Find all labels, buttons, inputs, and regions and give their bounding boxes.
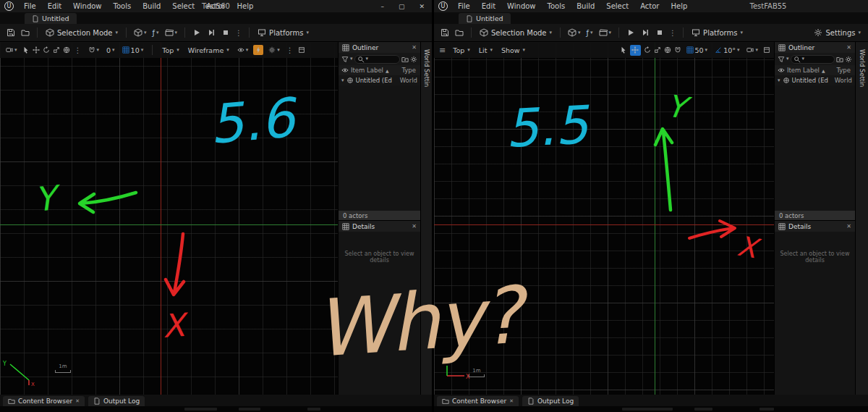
save-button[interactable] xyxy=(4,27,17,38)
level-tab-untitled[interactable]: Untitled xyxy=(459,13,511,24)
rotation-snap-dropdown[interactable]: 0▾ xyxy=(104,45,117,56)
add-folder-icon[interactable] xyxy=(401,56,409,63)
frame-skip-button[interactable] xyxy=(639,27,652,38)
outliner-header[interactable]: Outliner ✕ xyxy=(339,42,420,53)
select-tool-icon[interactable] xyxy=(22,46,30,54)
menu-edit[interactable]: Edit xyxy=(476,2,501,10)
outliner-row-world[interactable]: ▾ Untitled (Ed World xyxy=(775,75,855,85)
item-label-column[interactable]: Item Label xyxy=(351,67,383,74)
play-button[interactable] xyxy=(624,27,637,38)
menu-help[interactable]: Help xyxy=(231,2,259,10)
view-mode-dropdown[interactable]: Lit▾ xyxy=(476,45,495,56)
world-space-icon[interactable] xyxy=(63,46,70,54)
menu-build[interactable]: Build xyxy=(571,2,600,10)
open-asset-button[interactable] xyxy=(453,27,466,38)
cinematics-button[interactable]: ▾ xyxy=(163,27,180,38)
close-button[interactable]: ✕ xyxy=(419,3,425,10)
frame-skip-button[interactable] xyxy=(205,27,218,38)
expand-chevron-icon[interactable]: ▾ xyxy=(341,78,344,83)
stop-button[interactable] xyxy=(219,27,232,38)
open-asset-button[interactable] xyxy=(19,27,32,38)
maximize-button[interactable]: ▢ xyxy=(399,3,405,10)
content-browser-tab[interactable]: Content Browser ✕ xyxy=(3,396,85,406)
menu-build[interactable]: Build xyxy=(137,2,166,10)
blueprints-button[interactable]: ƒ▾ xyxy=(584,28,595,38)
show-flags-dropdown[interactable]: Show▾ xyxy=(498,45,528,56)
select-tool-icon[interactable] xyxy=(620,46,627,54)
outliner-row-world[interactable]: ▾ Untitled (Ed World xyxy=(339,75,420,85)
expand-chevron-icon[interactable]: ▾ xyxy=(778,78,780,83)
world-settings-tab[interactable]: World Settin xyxy=(855,42,868,395)
play-options-kebab[interactable]: ⋮ xyxy=(234,29,244,37)
menu-window[interactable]: Window xyxy=(67,2,107,10)
menu-file[interactable]: File xyxy=(18,2,42,10)
show-flags-dropdown[interactable]: ▾ xyxy=(235,45,251,55)
visibility-column-icon[interactable] xyxy=(778,67,785,74)
viewport[interactable]: ▾ ⋮ ▾ 0▾ 10▾ Top▾ Wireframe▾ ▾ ▾ ⋮ xyxy=(0,42,338,395)
rotation-snap-dropdown[interactable]: 10°▾ xyxy=(712,45,741,56)
surface-snap-icon[interactable] xyxy=(674,46,681,54)
move-tool-icon[interactable] xyxy=(33,46,40,54)
outliner-column-headers[interactable]: Item Label ▲ Type xyxy=(339,65,420,75)
view-angle-dropdown[interactable]: Top▾ xyxy=(159,45,182,56)
outliner-search-input[interactable]: ▾ xyxy=(791,55,835,64)
maximize-viewport-icon[interactable] xyxy=(298,46,305,54)
menu-select[interactable]: Select xyxy=(600,2,634,10)
menu-file[interactable]: File xyxy=(452,2,476,10)
close-icon[interactable]: ✕ xyxy=(846,44,851,51)
viewport-options-kebab[interactable]: ⋮ xyxy=(285,46,295,54)
details-header[interactable]: Details ✕ xyxy=(775,221,855,232)
level-tab-untitled[interactable]: Untitled xyxy=(25,13,77,24)
settings-dropdown[interactable]: Settings ▾ xyxy=(811,27,864,38)
menu-window[interactable]: Window xyxy=(501,2,541,10)
blueprints-button[interactable]: ƒ▾ xyxy=(150,28,161,38)
move-tool-icon[interactable] xyxy=(630,45,641,56)
scale-tool-icon[interactable] xyxy=(53,46,60,54)
output-log-tab[interactable]: Output Log xyxy=(88,396,145,406)
menu-help[interactable]: Help xyxy=(665,2,693,10)
menu-tools[interactable]: Tools xyxy=(108,2,137,10)
platforms-dropdown[interactable]: Platforms ▾ xyxy=(689,27,746,38)
viewport[interactable]: ≡ Top▾ Lit▾ Show▾ 50▾ 10°▾ ▾ X xyxy=(434,42,774,395)
grid-snap-dropdown[interactable]: 10▾ xyxy=(120,45,146,56)
menu-actor[interactable]: Actor xyxy=(634,2,665,10)
outliner-settings-icon[interactable] xyxy=(410,56,417,63)
outliner-settings-icon[interactable] xyxy=(845,56,852,63)
minimize-button[interactable]: – xyxy=(380,3,384,10)
cinematics-button[interactable]: ▾ xyxy=(597,27,614,38)
maximize-viewport-icon[interactable] xyxy=(763,46,770,54)
camera-speed-dropdown[interactable]: ▾ xyxy=(744,45,760,55)
type-column[interactable]: Type xyxy=(836,67,852,74)
scale-tool-icon[interactable] xyxy=(654,46,661,54)
outliner-search-input[interactable]: ▾ xyxy=(354,55,400,64)
output-log-tab[interactable]: Output Log xyxy=(522,396,579,406)
save-button[interactable] xyxy=(438,27,451,38)
close-icon[interactable]: ✕ xyxy=(412,44,417,51)
view-mode-dropdown[interactable]: Wireframe▾ xyxy=(185,45,232,56)
details-header[interactable]: Details ✕ xyxy=(339,221,420,232)
surface-snap-dropdown[interactable]: ▾ xyxy=(86,45,102,55)
viewport-menu-icon[interactable]: ≡ xyxy=(438,46,447,55)
viewport-settings-dropdown[interactable]: ▾ xyxy=(266,45,282,55)
play-button[interactable] xyxy=(190,27,203,38)
chevron-down-icon[interactable]: ▾ xyxy=(350,56,353,62)
content-browser-tab[interactable]: Content Browser ✕ xyxy=(437,396,519,406)
rotate-tool-icon[interactable] xyxy=(43,46,50,54)
outliner-column-headers[interactable]: Item Label ▲ Type xyxy=(775,65,855,75)
menu-select[interactable]: Select xyxy=(166,2,200,10)
tools-kebab[interactable]: ⋮ xyxy=(73,46,83,54)
chevron-down-icon[interactable]: ▾ xyxy=(786,56,789,62)
menu-edit[interactable]: Edit xyxy=(42,2,67,10)
close-icon[interactable]: ✕ xyxy=(412,223,417,230)
selection-mode-dropdown[interactable]: Selection Mode ▾ xyxy=(477,27,555,38)
close-icon[interactable]: ✕ xyxy=(75,398,80,404)
outliner-header[interactable]: Outliner ✕ xyxy=(775,42,855,53)
close-icon[interactable]: ✕ xyxy=(509,398,514,404)
world-space-icon[interactable] xyxy=(664,46,671,54)
rotate-tool-icon[interactable] xyxy=(644,46,651,54)
lighting-warning-icon[interactable] xyxy=(253,45,263,55)
selection-mode-dropdown[interactable]: Selection Mode ▾ xyxy=(43,27,121,38)
add-folder-icon[interactable] xyxy=(836,56,843,63)
stop-button[interactable] xyxy=(653,27,666,38)
add-actor-button[interactable]: ▾ xyxy=(566,27,583,38)
